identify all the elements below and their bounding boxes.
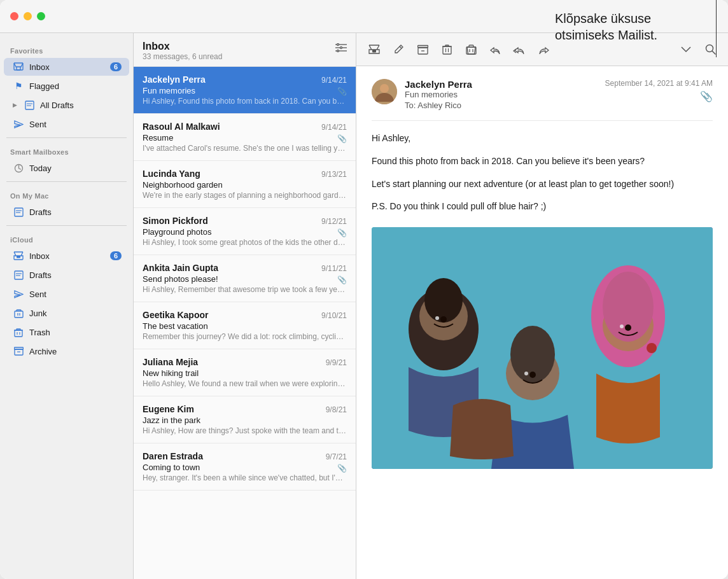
- attachment-icon: 📎: [337, 276, 347, 284]
- svg-rect-33: [443, 46, 451, 54]
- mail-item-date: 9/13/21: [321, 170, 347, 179]
- mail-item-subject: Playground photos: [143, 227, 211, 237]
- drafts-icloud-icon: [13, 269, 24, 281]
- mail-list-item[interactable]: Ankita Jain Gupta 9/11/21 Send photos pl…: [134, 255, 356, 302]
- traffic-lights: [10, 12, 45, 20]
- avatar: [372, 79, 397, 104]
- mail-list-item[interactable]: Geetika Kapoor 9/10/21 The best vacation…: [134, 302, 356, 349]
- mail-item-date: 9/14/21: [321, 76, 347, 85]
- detail-to-label: To:: [405, 101, 416, 110]
- sidebar-divider-3: [6, 225, 127, 226]
- svg-rect-10: [15, 311, 23, 317]
- sidebar-item-label: Drafts: [29, 270, 122, 280]
- maximize-button[interactable]: [37, 12, 45, 20]
- mail-item-date: 9/14/21: [321, 123, 347, 132]
- mail-items-list: Jackelyn Perra 9/14/21 Fun memories 📎 Hi…: [134, 67, 356, 579]
- sidebar-item-drafts-mac[interactable]: Drafts: [4, 203, 129, 221]
- svg-point-20: [337, 44, 339, 46]
- body-line-2: Found this photo from back in 2018. Can …: [372, 154, 713, 169]
- sidebar-item-flagged[interactable]: ⚑ Flagged: [4, 77, 129, 95]
- archive-toolbar-button[interactable]: [412, 39, 433, 60]
- mail-list-item[interactable]: Jackelyn Perra 9/14/21 Fun memories 📎 Hi…: [134, 67, 356, 114]
- today-icon: [13, 162, 24, 174]
- sidebar-item-trash-icloud[interactable]: Trash: [4, 323, 129, 341]
- mail-list-item[interactable]: Eugene Kim 9/8/21 Jazz in the park Hi As…: [134, 396, 356, 443]
- minimize-button[interactable]: [24, 12, 32, 20]
- app-window: Klõpsake üksuse otsimiseks Mailist. Favo…: [0, 0, 728, 579]
- sidebar-item-drafts-icloud[interactable]: Drafts: [4, 266, 129, 284]
- detail-header: Jackelyn Perra Fun memories To: Ashley R…: [372, 79, 713, 121]
- new-message-button[interactable]: [364, 39, 384, 60]
- mail-list-item[interactable]: Daren Estrada 9/7/21 Coming to town 📎 He…: [134, 443, 356, 491]
- trash-icon: [13, 326, 24, 338]
- svg-rect-31: [417, 45, 428, 47]
- mail-item-date: 9/11/21: [321, 264, 347, 273]
- attachment-icon: 📎: [337, 87, 347, 96]
- tooltip-text: Klõpsake üksuse otsimiseks Mailist.: [555, 10, 713, 43]
- svg-rect-13: [15, 330, 22, 337]
- mail-item-sender: Eugene Kim: [143, 404, 194, 414]
- sidebar-item-sent-fav[interactable]: Sent: [4, 115, 129, 133]
- sidebar-section-smart: Smart Mailboxes: [0, 142, 133, 158]
- delete-toolbar-button[interactable]: [437, 39, 457, 60]
- mail-list-title: Inbox: [143, 41, 222, 52]
- sidebar-item-today[interactable]: Today: [4, 159, 129, 177]
- svg-point-21: [340, 47, 342, 49]
- archive-icon: [13, 345, 24, 357]
- mail-item-subject: Jazz in the park: [143, 415, 200, 425]
- body-line-1: Hi Ashley,: [372, 131, 713, 146]
- mail-list-item[interactable]: Juliana Mejia 9/9/21 New hiking trail He…: [134, 349, 356, 396]
- mail-item-sender: Daren Estrada: [143, 451, 203, 461]
- sent-icloud-icon: [13, 288, 24, 300]
- sidebar-item-label: Sent: [29, 290, 122, 299]
- mail-list-item[interactable]: Rasoul Al Malkawi 9/14/21 Resume 📎 I've …: [134, 114, 356, 161]
- tooltip-area: Klõpsake üksuse otsimiseks Mailist.: [550, 0, 728, 48]
- mail-list-subtitle: 33 messages, 6 unread: [143, 52, 222, 61]
- svg-point-41: [380, 84, 389, 93]
- mail-item-date: 9/8/21: [326, 405, 347, 414]
- sidebar-item-all-drafts[interactable]: ▶ All Drafts: [4, 96, 129, 114]
- body-line-4: P.S. Do you think I could pull off blue …: [372, 199, 713, 214]
- close-button[interactable]: [10, 12, 18, 20]
- mail-item-subject: Send photos please!: [143, 274, 218, 284]
- junk-icon: [13, 307, 24, 319]
- reply-all-button[interactable]: [509, 39, 529, 60]
- mail-item-preview: Hi Ashley, How are things? Just spoke wi…: [143, 426, 347, 435]
- sidebar-item-label: Archive: [29, 347, 122, 356]
- mail-item-date: 9/7/21: [326, 452, 347, 461]
- sidebar-item-inbox-fav[interactable]: Inbox 6: [4, 58, 129, 76]
- mail-item-sender: Lucinda Yang: [143, 169, 200, 179]
- mail-list-item[interactable]: Simon Pickford 9/12/21 Playground photos…: [134, 208, 356, 255]
- sidebar-badge-icloud: 6: [110, 251, 122, 260]
- mail-item-preview: I've attached Carol's resume. She's the …: [143, 144, 347, 153]
- sidebar-item-label: Sent: [29, 120, 122, 129]
- sidebar-item-archive-icloud[interactable]: Archive: [4, 342, 129, 360]
- detail-body: Hi Ashley, Found this photo from back in…: [372, 131, 713, 214]
- sidebar-item-sent-icloud[interactable]: Sent: [4, 285, 129, 303]
- sidebar-item-junk-icloud[interactable]: Junk: [4, 304, 129, 322]
- compose-button[interactable]: [388, 39, 409, 60]
- filter-button[interactable]: [335, 42, 347, 55]
- mail-item-preview: Hi Ashley, I took some great photos of t…: [143, 238, 347, 247]
- email-photo-attachment: [372, 227, 713, 469]
- mail-item-preview: Hi Ashley, Remember that awesome trip we…: [143, 285, 347, 294]
- inbox-icloud-icon: [13, 250, 24, 262]
- sidebar-section-favorites: Favorites: [0, 41, 133, 57]
- mail-list-header-text: Inbox 33 messages, 6 unread: [143, 41, 222, 61]
- svg-line-39: [712, 51, 715, 54]
- attachment-icon: 📎: [337, 134, 347, 143]
- sidebar-item-label: Flagged: [29, 81, 122, 91]
- body-line-3: Let's start planning our next adventure …: [372, 177, 713, 192]
- mail-list-header: Inbox 33 messages, 6 unread: [134, 33, 356, 67]
- detail-subject: Fun memories: [405, 90, 605, 99]
- mail-list-item[interactable]: Lucinda Yang 9/13/21 Neighborhood garden…: [134, 161, 356, 208]
- junk-toolbar-button[interactable]: [461, 39, 481, 60]
- mail-item-date: 9/9/21: [326, 358, 347, 367]
- mail-item-subject: The best vacation: [143, 321, 208, 331]
- mail-item-date: 9/12/21: [321, 217, 347, 226]
- reply-button[interactable]: [485, 39, 505, 60]
- mail-item-preview: Hey, stranger. It's been a while since w…: [143, 473, 347, 482]
- sidebar-item-inbox-icloud[interactable]: Inbox 6: [4, 247, 129, 265]
- sidebar-item-label: Junk: [29, 309, 122, 318]
- sidebar-item-trash-label: Trash: [29, 328, 122, 337]
